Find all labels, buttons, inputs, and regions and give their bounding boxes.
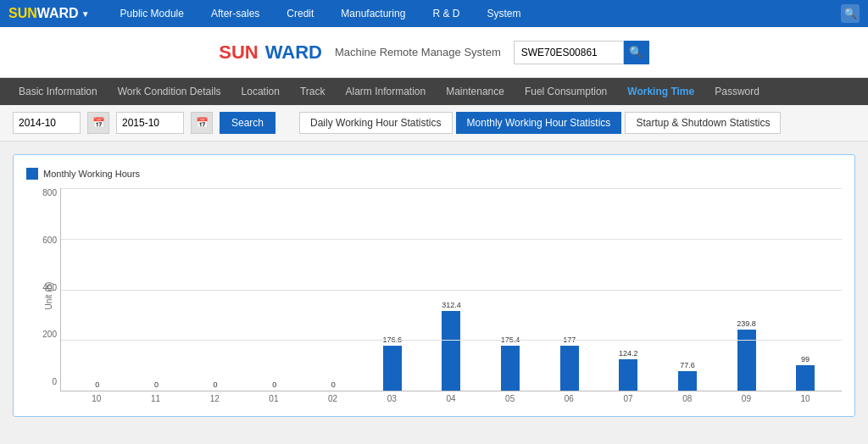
top-nav-item-r-&-d[interactable]: R & D — [419, 0, 473, 27]
x-label-5: 03 — [362, 394, 421, 403]
tab-btn-startup-&-shutdown-statistics[interactable]: Startup & Shutdown Statistics — [625, 112, 781, 134]
sub-nav-item-alarm-information[interactable]: Alarm Information — [335, 78, 436, 105]
y-axis-label-200: 200 — [42, 330, 57, 339]
x-label-2: 12 — [185, 394, 244, 403]
x-label-4: 02 — [303, 394, 363, 403]
x-axis-labels: 10111201020304050607080910 — [60, 391, 842, 403]
bar-value-1: 0 — [154, 380, 159, 389]
top-search-icon[interactable]: 🔍 — [841, 4, 860, 23]
tab-btn-daily-working-hour-statistics[interactable]: Daily Working Hour Statistics — [299, 112, 453, 134]
legend-color-box — [26, 168, 38, 180]
brand-sun-text: SUN — [219, 42, 258, 64]
brand-ward-text: WARD — [265, 42, 322, 64]
bar-rect-7 — [501, 346, 520, 391]
bar-value-3: 0 — [272, 380, 276, 389]
top-nav-items: Public ModuleAfter-salesCreditManufactur… — [107, 0, 841, 27]
sub-navigation: Basic InformationWork Condition DetailsL… — [0, 78, 868, 105]
chart-legend: Monthly Working Hours — [26, 168, 842, 180]
bar-value-4: 0 — [331, 380, 336, 389]
grid-line-200 — [61, 340, 842, 341]
y-axis-label-600: 600 — [42, 236, 57, 245]
logo-dropdown-icon[interactable]: ▼ — [81, 9, 90, 19]
top-navigation: SUNWARD ▼ Public ModuleAfter-salesCredit… — [0, 0, 868, 27]
x-label-7: 05 — [481, 394, 540, 403]
brand-logo-top: SUNWARD ▼ — [8, 6, 90, 21]
x-label-0: 10 — [67, 394, 126, 403]
bar-rect-10 — [678, 371, 697, 391]
chart-plot-area: Unit (h) 00000176.6312.4175.4177124.277.… — [60, 188, 842, 403]
x-label-12: 10 — [776, 394, 835, 403]
brand-area: SUNWARD — [219, 42, 322, 64]
sub-nav-item-track[interactable]: Track — [290, 78, 336, 105]
sub-nav-item-working-time[interactable]: Working Time — [617, 78, 704, 105]
bar-rect-9 — [619, 359, 637, 391]
date-end-input[interactable] — [116, 112, 184, 134]
bar-value-2: 0 — [214, 380, 218, 389]
machine-search-input[interactable] — [514, 41, 624, 64]
grid-line-800 — [61, 188, 842, 189]
bar-value-10: 77.6 — [680, 361, 695, 369]
y-axis-label-800: 800 — [42, 188, 57, 197]
x-label-1: 11 — [126, 394, 186, 403]
bar-rect-5 — [383, 346, 402, 391]
sub-nav-item-work-condition-details[interactable]: Work Condition Details — [108, 78, 231, 105]
logo-sun: SUN — [8, 6, 37, 21]
sub-nav-item-maintenance[interactable]: Maintenance — [436, 78, 515, 105]
x-label-6: 04 — [421, 394, 481, 403]
x-label-11: 09 — [717, 394, 776, 403]
sub-nav-item-fuel-consumption[interactable]: Fuel Consumption — [515, 78, 617, 105]
sub-nav-item-basic-information[interactable]: Basic Information — [8, 78, 108, 105]
bar-rect-12 — [796, 365, 815, 391]
bar-value-12: 99 — [801, 355, 810, 364]
tab-buttons: Daily Working Hour StatisticsMonthly Wor… — [299, 112, 781, 134]
date-end-calendar-icon[interactable]: 📅 — [191, 112, 213, 134]
toolbar: 📅 📅 Search Daily Working Hour Statistics… — [0, 105, 868, 142]
x-label-10: 08 — [658, 394, 717, 403]
tab-btn-monthly-working-hour-statistics[interactable]: Monthly Working Hour Statistics — [456, 112, 622, 134]
sub-nav-item-location[interactable]: Location — [231, 78, 290, 105]
chart-container: Monthly Working Hours 8006004002000 Unit… — [13, 154, 855, 417]
logo-ward: WARD — [37, 6, 79, 21]
brand-subtitle: Machine Remote Manage System — [335, 46, 501, 58]
date-start-calendar-icon[interactable]: 📅 — [87, 112, 109, 134]
x-label-9: 07 — [598, 394, 658, 403]
chart-grid: 00000176.6312.4175.4177124.277.6239.899 — [60, 188, 842, 391]
date-start-input[interactable] — [13, 112, 81, 134]
bar-value-9: 124.2 — [619, 349, 638, 358]
chart-legend-label: Monthly Working Hours — [43, 169, 140, 179]
top-nav-item-manufacturing[interactable]: Manufacturing — [327, 0, 419, 27]
bar-value-6: 312.4 — [442, 301, 461, 309]
top-nav-item-system[interactable]: System — [473, 0, 534, 27]
y-axis-label-0: 0 — [52, 377, 57, 386]
bar-rect-11 — [737, 330, 756, 391]
grid-line-600 — [61, 239, 842, 240]
grid-line-400 — [61, 290, 842, 291]
header-bar: SUNWARD Machine Remote Manage System 🔍 — [0, 27, 868, 78]
search-button[interactable]: Search — [220, 112, 275, 134]
sub-nav-item-password[interactable]: Password — [704, 78, 770, 105]
bar-rect-8 — [560, 346, 579, 391]
bar-value-11: 239.8 — [737, 319, 756, 328]
bar-rect-6 — [442, 311, 460, 391]
bar-value-0: 0 — [95, 380, 99, 389]
top-nav-item-credit[interactable]: Credit — [273, 0, 327, 27]
top-nav-item-after-sales[interactable]: After-sales — [198, 0, 273, 27]
x-label-3: 01 — [244, 394, 303, 403]
y-axis-label: Unit (h) — [44, 282, 53, 310]
x-label-8: 06 — [540, 394, 599, 403]
top-nav-item-public-module[interactable]: Public Module — [107, 0, 198, 27]
header-search-box: 🔍 — [514, 41, 649, 64]
machine-search-button[interactable]: 🔍 — [624, 41, 649, 64]
